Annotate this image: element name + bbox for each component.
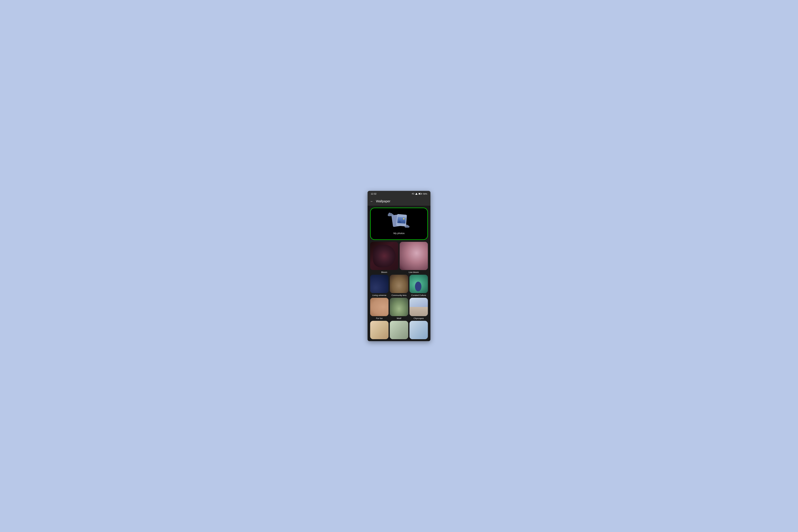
thumb-bloom-art [370, 242, 398, 270]
sun-dot [403, 218, 404, 220]
wallpaper-thumb-for-fun [370, 298, 388, 316]
wallpaper-label-community-lens: Community lens [392, 294, 406, 297]
battery-icon [418, 193, 422, 195]
wallpaper-grid-row4-partial [370, 321, 428, 339]
network-label: 4G [412, 193, 414, 195]
wallpaper-item-live-bloom[interactable]: Live bloom [400, 242, 428, 273]
photo-frame-front [396, 214, 407, 226]
wallpaper-label-for-fun: For fun [376, 317, 383, 320]
thumb-curated-culture-art [410, 275, 428, 293]
wallpaper-item-bloom[interactable]: Bloom [370, 242, 398, 273]
wallpaper-thumb-living-universe [370, 275, 388, 293]
photo-frame-inner [397, 217, 406, 224]
svg-marker-0 [415, 193, 418, 195]
wallpaper-thumb-bloom [370, 242, 398, 270]
signal-icon [415, 193, 418, 195]
wallpaper-label-live-bloom: Live bloom [409, 271, 419, 273]
mountain-icon [397, 219, 405, 224]
wallpaper-thumb-cityscapes [410, 298, 428, 316]
thumb-for-fun-art [370, 298, 388, 316]
photos-illustration [389, 213, 409, 229]
status-bar: 12:32 4G 58% [367, 191, 431, 197]
wallpaper-item-motif[interactable]: Motif [390, 298, 408, 320]
app-bar: ← Wallpaper [367, 197, 431, 206]
wallpaper-thumb-partial-2[interactable] [390, 321, 408, 339]
wallpaper-item-for-fun[interactable]: For fun [370, 298, 388, 320]
thumb-live-bloom-art [400, 242, 428, 270]
wallpaper-grid-row1: Bloom Live bloom [370, 242, 428, 273]
wallpaper-grid-row3: For fun Motif Cityscapes [370, 298, 428, 320]
wallpaper-label-cityscapes: Cityscapes [414, 317, 424, 320]
wallpaper-thumb-partial-1[interactable] [370, 321, 388, 339]
thumb-community-lens-art [390, 275, 408, 293]
wallpaper-thumb-community-lens [390, 275, 408, 293]
thumb-cityscapes-art [410, 298, 428, 316]
my-photos-label: My photos [393, 232, 404, 234]
wallpaper-label-living-universe: Living universe [373, 294, 386, 297]
wallpaper-item-community-lens[interactable]: Community lens [390, 275, 408, 297]
wallpaper-thumb-partial-3[interactable] [410, 321, 428, 339]
wallpaper-item-living-universe[interactable]: Living universe [370, 275, 388, 297]
content-area: My photos Bloom Live bloom [367, 206, 431, 341]
wallpaper-grid-row2: Living universe Community lens Curated C… [370, 275, 428, 297]
svg-marker-2 [397, 221, 402, 223]
status-time: 12:32 [371, 192, 376, 195]
page-title: Wallpaper [376, 200, 390, 203]
wallpaper-label-bloom: Bloom [381, 271, 387, 273]
thumb-living-universe-art [370, 275, 388, 293]
status-icons: 4G 58% [412, 193, 427, 195]
thumb-motif-art [390, 298, 408, 316]
wallpaper-thumb-motif [390, 298, 408, 316]
battery-percent: 58% [423, 193, 427, 195]
my-photos-card[interactable]: My photos [370, 208, 428, 240]
wallpaper-item-cityscapes[interactable]: Cityscapes [410, 298, 428, 320]
wallpaper-thumb-live-bloom [400, 242, 428, 270]
back-button[interactable]: ← [370, 200, 373, 203]
phone-frame: 12:32 4G 58% ← Wallpaper [367, 191, 431, 341]
wallpaper-label-curated-culture: Curated Culture [411, 294, 426, 297]
wallpaper-item-curated-culture[interactable]: Curated Culture [410, 275, 428, 297]
wallpaper-label-motif: Motif [397, 317, 401, 320]
wallpaper-thumb-curated-culture [410, 275, 428, 293]
